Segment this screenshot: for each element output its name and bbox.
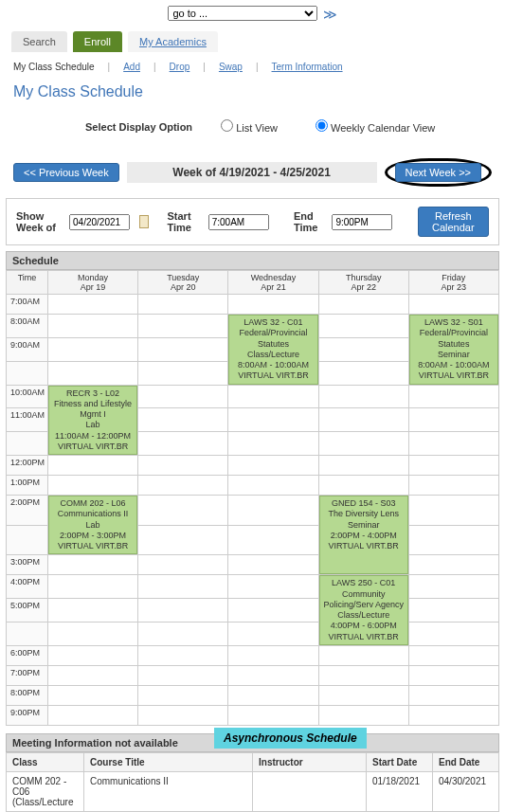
- tab-my-academics[interactable]: My Academics: [128, 31, 218, 52]
- calendar-icon[interactable]: [139, 215, 148, 228]
- day-header-fri: FridayApr 23: [408, 271, 498, 295]
- day-header-tue: TuesdayApr 20: [138, 271, 228, 295]
- schedule-table: Time MondayApr 19 TuesdayApr 20 Wednesda…: [6, 270, 499, 726]
- time-8am: 8:00AM: [7, 315, 48, 338]
- event-laws32-c01[interactable]: LAWS 32 - C01Federal/ProvincialStatutesC…: [228, 315, 317, 385]
- week-range-label: Week of 4/19/2021 - 4/25/2021: [127, 162, 377, 183]
- col-class: Class: [7, 752, 84, 771]
- subnav-term-information[interactable]: Term Information: [270, 62, 345, 72]
- time-7pm: 7:00PM: [7, 665, 48, 685]
- time-3pm: 3:00PM: [7, 555, 48, 575]
- day-header-mon: MondayApr 19: [48, 271, 138, 295]
- time-1pm: 1:00PM: [7, 476, 48, 496]
- schedule-title: Schedule: [6, 251, 499, 270]
- previous-week-button[interactable]: << Previous Week: [13, 163, 119, 182]
- col-course: Course Title: [84, 752, 253, 771]
- event-gned154-s03[interactable]: GNED 154 - S03The Diversity LensSeminar2…: [319, 496, 408, 574]
- schedule-body: 7:00AM 8:00AM LAWS 32 - C01Federal/Provi…: [7, 295, 499, 726]
- time-2pm: 2:00PM: [7, 496, 48, 526]
- time-9pm: 9:00PM: [7, 705, 48, 725]
- start-time-input[interactable]: [208, 214, 269, 230]
- col-end: End Date: [433, 752, 499, 771]
- col-instructor: Instructor: [253, 752, 367, 771]
- next-week-button[interactable]: Next Week >>: [395, 163, 482, 182]
- time-6pm: 6:00PM: [7, 645, 48, 665]
- show-week-label: Show Week of: [16, 210, 60, 233]
- subnav-current: My Class Schedule: [11, 62, 97, 72]
- time-7am: 7:00AM: [7, 295, 48, 315]
- time-10am: 10:00AM: [7, 385, 48, 408]
- subnav-drop[interactable]: Drop: [168, 62, 192, 72]
- refresh-calendar-button[interactable]: Refresh Calendar: [418, 207, 489, 237]
- weekly-view-label: Weekly Calendar View: [331, 122, 435, 134]
- next-week-highlight: Next Week >>: [385, 158, 493, 187]
- time-4pm: 4:00PM: [7, 575, 48, 599]
- list-view-label: List View: [236, 122, 278, 134]
- end-time-label: End Time: [294, 210, 323, 233]
- page-title: My Class Schedule: [0, 78, 505, 110]
- end-time-input[interactable]: [332, 214, 392, 230]
- weekly-view-radio[interactable]: [316, 119, 328, 132]
- time-8pm: 8:00PM: [7, 685, 48, 705]
- subnav-swap[interactable]: Swap: [217, 62, 244, 72]
- goto-select[interactable]: go to ...: [168, 6, 317, 21]
- list-view-radio[interactable]: [221, 119, 233, 132]
- tab-enroll[interactable]: Enroll: [73, 31, 122, 52]
- day-header-wed: WednesdayApr 21: [228, 271, 318, 295]
- event-recr3-l02[interactable]: RECR 3 - L02Fitness and LifestyleMgmt IL…: [48, 386, 137, 456]
- time-header: Time: [7, 271, 48, 295]
- show-week-input[interactable]: [69, 214, 130, 230]
- tab-search[interactable]: Search: [11, 31, 67, 52]
- async-schedule-badge: Asynchronous Schedule: [214, 728, 367, 749]
- table-row: COMM 202 - C06 (Class/Lecture Communicat…: [7, 771, 499, 811]
- start-time-label: Start Time: [168, 210, 199, 233]
- time-5pm: 5:00PM: [7, 599, 48, 623]
- go-icon[interactable]: ≫: [323, 7, 337, 22]
- subnav: My Class Schedule | Add | Drop | Swap | …: [0, 56, 505, 78]
- time-11am: 11:00AM: [7, 408, 48, 432]
- event-laws250-c01[interactable]: LAWS 250 - C01CommunityPolicing/Serv Age…: [319, 575, 408, 645]
- tab-bar: Search Enroll My Academics: [0, 27, 505, 56]
- subnav-add[interactable]: Add: [121, 62, 142, 72]
- event-laws32-s01[interactable]: LAWS 32 - S01Federal/ProvincialStatutesS…: [409, 315, 498, 385]
- day-header-thu: ThursdayApr 22: [318, 271, 408, 295]
- event-comm202-l06[interactable]: COMM 202 - L06Communications IILab2:00PM…: [48, 496, 137, 554]
- time-9am: 9:00AM: [7, 337, 48, 361]
- meeting-table: Class Course Title Instructor Start Date…: [6, 752, 499, 812]
- col-start: Start Date: [367, 752, 433, 771]
- display-option-label: Select Display Option: [85, 121, 192, 133]
- time-12pm: 12:00PM: [7, 456, 48, 476]
